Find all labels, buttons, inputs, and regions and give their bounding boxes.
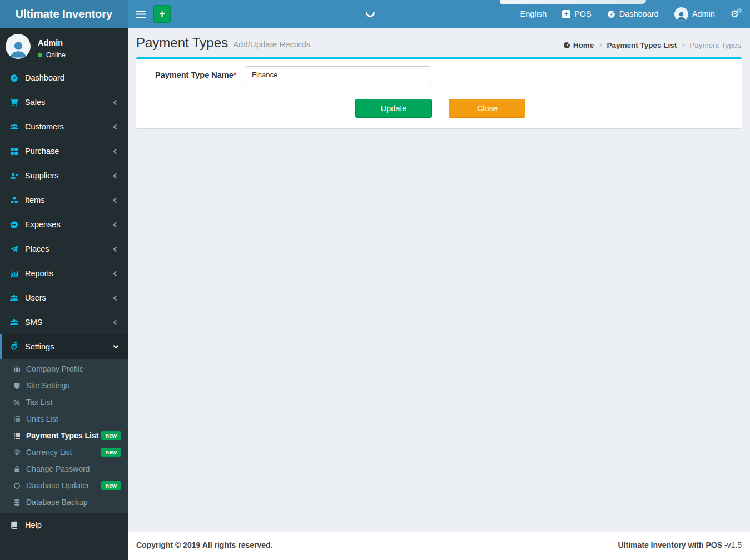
brand-logo[interactable]: Ultimate Inventory	[0, 0, 128, 28]
cubes-icon	[8, 196, 20, 204]
bar-chart-icon	[8, 269, 20, 278]
sidebar-item-settings[interactable]: ⚙⚙ Settings	[0, 334, 128, 359]
online-dot-icon	[38, 53, 42, 57]
briefcase-icon	[12, 366, 22, 373]
quick-add-button[interactable]: +	[153, 5, 171, 23]
chevron-left-icon	[113, 222, 119, 227]
sidebar-item-sms[interactable]: SMS	[0, 310, 128, 334]
page-subtitle: Add/Update Records	[233, 39, 310, 49]
lock-icon	[12, 466, 22, 473]
submenu-item-label: Tax List	[26, 398, 52, 407]
submenu-item-site-settings[interactable]: Site Settings	[0, 377, 128, 394]
online-status-label: Online	[46, 51, 66, 59]
submenu-item-change-password[interactable]: Change Password	[0, 461, 128, 477]
new-badge: new	[101, 431, 121, 440]
chevron-left-icon	[113, 295, 119, 301]
pos-link[interactable]: + POS	[554, 0, 599, 28]
chevron-left-icon	[113, 197, 119, 203]
chevron-left-icon	[113, 319, 119, 325]
dashboard-link[interactable]: Dashboard	[599, 0, 667, 28]
sidebar-item-places[interactable]: Places	[0, 237, 128, 261]
submenu-item-label: Currency List	[26, 448, 72, 457]
sidebar-item-purchase[interactable]: Purchase	[0, 139, 128, 163]
breadcrumb-parent[interactable]: Payment Types List	[607, 41, 677, 49]
sidebar-item-users[interactable]: Users	[0, 286, 128, 310]
sidebar-item-customers[interactable]: Customers	[0, 114, 128, 139]
sidebar-item-label: SMS	[25, 318, 42, 327]
submenu-item-units-list[interactable]: Units List	[0, 411, 128, 427]
submenu-item-database-backup[interactable]: Database Backup	[0, 494, 128, 511]
list-icon	[12, 432, 22, 439]
sidebar-item-label: Settings	[25, 342, 54, 351]
breadcrumb-home[interactable]: Home	[563, 41, 594, 49]
online-status[interactable]: Online	[38, 51, 66, 59]
shield-icon	[12, 382, 22, 389]
submenu-item-label: Units List	[26, 414, 58, 423]
grid-icon	[8, 147, 20, 156]
sidebar-item-sales[interactable]: Sales	[0, 90, 128, 114]
tachometer-icon	[607, 10, 615, 18]
submenu-item-database-updater[interactable]: Database Updater new	[0, 477, 128, 494]
chevron-left-icon	[113, 173, 119, 178]
sidebar-item-label: Users	[25, 293, 46, 302]
submenu-item-label: Change Password	[26, 464, 90, 473]
sidebar-item-items[interactable]: Items	[0, 188, 128, 212]
pos-label: POS	[574, 9, 592, 18]
list-icon	[12, 416, 22, 423]
users-icon	[8, 294, 20, 302]
chevron-left-icon	[113, 124, 119, 129]
sidebar-item-reports[interactable]: Reports	[0, 261, 128, 286]
chevron-left-icon	[113, 271, 119, 276]
sidebar-item-label: Sales	[25, 98, 45, 107]
breadcrumb-home-label: Home	[573, 41, 594, 49]
top-navbar: Ultimate Inventory + English + POS Dashb…	[0, 0, 750, 28]
user-menu[interactable]: Admin	[667, 0, 723, 28]
update-button[interactable]: Update	[355, 99, 432, 118]
submenu-item-company-profile[interactable]: Company Profile	[0, 361, 128, 377]
content-area: Payment Types Add/Update Records Home > …	[128, 28, 750, 532]
sidebar-item-label: Help	[25, 521, 42, 529]
sidebar-item-label: Suppliers	[25, 171, 58, 180]
chevron-left-icon	[113, 99, 119, 105]
breadcrumb-current: Payment Types	[689, 41, 741, 49]
breadcrumb-separator: >	[598, 42, 602, 49]
settings-gears-link[interactable]: ⚙⚙	[723, 0, 747, 28]
payment-type-name-label: Payment Type Name*	[155, 71, 245, 79]
payment-type-form-box: Payment Type Name* Update Close	[136, 57, 742, 128]
breadcrumb-separator: >	[681, 42, 685, 49]
submenu-item-label: Company Profile	[26, 364, 84, 373]
home-tachometer-icon	[563, 42, 570, 49]
sidebar-toggle-button[interactable]	[128, 0, 153, 28]
navbar-menu: English + POS Dashboard Admin ⚙⚙	[513, 0, 750, 28]
payment-type-name-input[interactable]	[245, 66, 431, 83]
hamburger-icon	[136, 11, 146, 12]
submenu-item-payment-types-list[interactable]: Payment Types List new	[0, 427, 128, 444]
page-title: Payment Types	[136, 35, 228, 51]
sidebar-item-label: Reports	[25, 269, 53, 278]
submenu-item-label: Database Backup	[26, 498, 88, 507]
avatar	[6, 34, 31, 59]
database-icon	[12, 499, 22, 506]
submenu-item-label: Site Settings	[26, 381, 70, 390]
chevron-down-icon	[113, 343, 119, 349]
sidebar: Admin Online Dashboard Sales Customers P…	[0, 28, 128, 560]
brand-text: Ultimate Inventory	[16, 8, 112, 21]
language-menu[interactable]: English	[513, 0, 555, 28]
sidebar-item-help[interactable]: Help	[0, 513, 128, 537]
close-button[interactable]: Close	[449, 99, 525, 118]
submenu-item-currency-list[interactable]: Currency List new	[0, 444, 128, 461]
form-actions: Update Close	[136, 93, 742, 128]
loading-spinner-icon	[365, 8, 376, 19]
sidebar-item-dashboard[interactable]: Dashboard	[0, 66, 128, 90]
content-header: Payment Types Add/Update Records Home > …	[128, 28, 750, 57]
chevron-left-icon	[113, 246, 119, 252]
sidebar-menu: Dashboard Sales Customers Purchase Suppl…	[0, 66, 128, 537]
sidebar-item-suppliers[interactable]: Suppliers	[0, 163, 128, 188]
new-badge: new	[101, 481, 121, 490]
new-badge: new	[101, 448, 121, 457]
sidebar-user-panel: Admin Online	[0, 28, 128, 64]
percent-icon: %	[12, 398, 22, 407]
sidebar-item-expenses[interactable]: Expenses	[0, 212, 128, 237]
minus-circle-icon	[8, 221, 20, 229]
submenu-item-tax-list[interactable]: % Tax List	[0, 394, 128, 411]
